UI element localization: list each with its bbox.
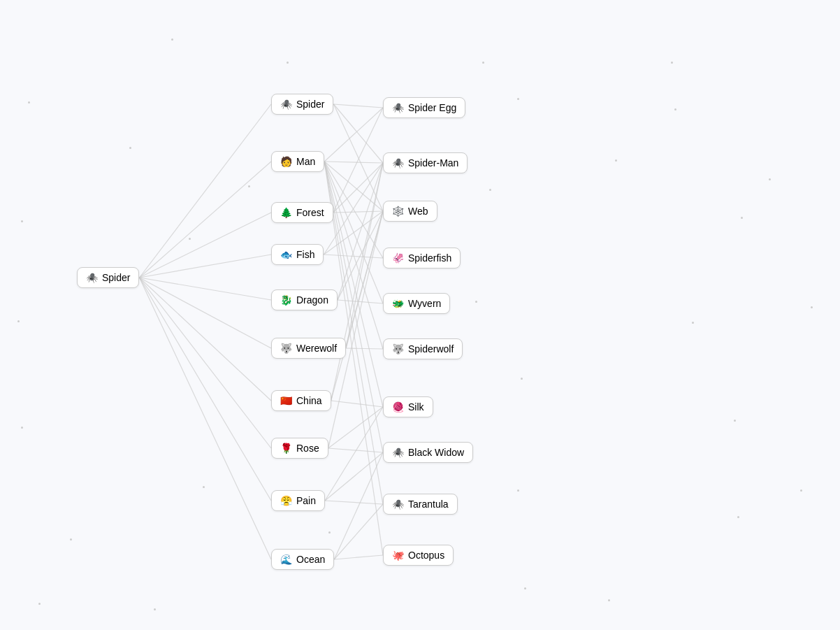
node-forest[interactable]: 🌲Forest <box>271 202 333 223</box>
svg-line-5 <box>139 278 271 348</box>
svg-line-32 <box>346 348 383 349</box>
node-black_widow[interactable]: 🕷️Black Widow <box>383 442 473 463</box>
node-emoji-left_spider: 🕷️ <box>86 272 98 283</box>
svg-line-21 <box>324 162 383 504</box>
background-dot <box>287 62 289 64</box>
node-china[interactable]: 🇨🇳China <box>271 390 331 411</box>
svg-line-11 <box>333 104 383 163</box>
node-pain[interactable]: 😤Pain <box>271 490 325 511</box>
node-label-dragon: Dragon <box>296 294 328 306</box>
svg-line-16 <box>324 162 383 258</box>
node-werewolf[interactable]: 🐺Werewolf <box>271 338 346 359</box>
background-dot <box>517 98 519 100</box>
svg-line-18 <box>324 162 383 349</box>
node-emoji-spiderfish: 🦑 <box>392 252 404 264</box>
node-emoji-rose: 🌹 <box>280 443 292 454</box>
node-label-spider_man: Spider-Man <box>408 157 458 169</box>
svg-line-36 <box>331 211 383 401</box>
node-emoji-dragon: 🐉 <box>280 294 292 306</box>
node-silk[interactable]: 🧶Silk <box>383 396 433 417</box>
node-dragon[interactable]: 🐉Dragon <box>271 289 338 310</box>
background-dot <box>489 189 491 191</box>
node-label-spiderfish: Spiderfish <box>408 252 451 264</box>
svg-line-39 <box>328 407 383 448</box>
svg-line-41 <box>325 501 383 504</box>
svg-line-29 <box>338 300 383 303</box>
background-dot <box>517 489 519 492</box>
node-emoji-silk: 🧶 <box>392 401 404 413</box>
background-dot <box>129 147 131 149</box>
background-dot <box>734 420 736 422</box>
svg-line-34 <box>346 163 383 348</box>
node-emoji-man: 🧑 <box>280 156 292 167</box>
node-label-silk: Silk <box>408 401 424 413</box>
background-dot <box>171 38 173 41</box>
node-man[interactable]: 🧑Man <box>271 151 324 172</box>
node-spiderwolf[interactable]: 🐺Spiderwolf <box>383 338 463 359</box>
node-emoji-forest: 🌲 <box>280 207 292 218</box>
node-emoji-china: 🇨🇳 <box>280 395 292 406</box>
node-emoji-wyvern: 🐲 <box>392 298 404 309</box>
node-emoji-ocean: 🌊 <box>280 554 292 565</box>
svg-line-40 <box>328 211 383 448</box>
svg-line-14 <box>324 108 383 162</box>
background-dot <box>482 62 484 64</box>
background-dot <box>17 320 20 322</box>
node-emoji-fish: 🐟 <box>280 249 292 260</box>
node-spider_egg[interactable]: 🕷️Spider Egg <box>383 97 465 118</box>
background-dot <box>38 603 41 605</box>
node-wyvern[interactable]: 🐲Wyvern <box>383 293 450 314</box>
node-emoji-spider: 🕷️ <box>280 99 292 110</box>
svg-line-7 <box>139 278 271 448</box>
node-web[interactable]: 🕸️Web <box>383 201 437 222</box>
node-label-man: Man <box>296 156 315 167</box>
node-emoji-werewolf: 🐺 <box>280 343 292 354</box>
node-label-werewolf: Werewolf <box>296 343 337 354</box>
node-label-forest: Forest <box>296 207 324 218</box>
background-dot <box>328 531 331 534</box>
node-fish[interactable]: 🐟Fish <box>271 244 324 265</box>
node-octopus[interactable]: 🐙Octopus <box>383 545 454 566</box>
node-spider_man[interactable]: 🕷️Spider-Man <box>383 152 468 173</box>
node-left_spider[interactable]: 🕷️Spider <box>77 267 139 288</box>
node-tarantula[interactable]: 🕷️Tarantula <box>383 494 458 515</box>
node-label-china: China <box>296 395 322 406</box>
svg-line-10 <box>333 104 383 108</box>
background-dot <box>21 220 23 222</box>
background-dot <box>674 108 676 110</box>
node-rose[interactable]: 🌹Rose <box>271 438 328 459</box>
node-emoji-web: 🕸️ <box>392 206 404 217</box>
background-dot <box>70 538 72 540</box>
svg-line-42 <box>325 452 383 501</box>
node-emoji-spider_egg: 🕷️ <box>392 102 404 113</box>
svg-line-1 <box>139 162 271 278</box>
node-label-web: Web <box>408 206 428 217</box>
background-dot <box>475 301 477 303</box>
node-ocean[interactable]: 🌊Ocean <box>271 549 334 570</box>
node-spider[interactable]: 🕷️Spider <box>271 94 333 115</box>
node-label-fish: Fish <box>296 249 314 260</box>
node-label-spider_egg: Spider Egg <box>408 102 456 113</box>
svg-line-12 <box>333 104 383 211</box>
svg-line-45 <box>334 504 383 559</box>
background-dot <box>521 378 523 380</box>
background-dot <box>811 306 813 308</box>
background-dot <box>692 322 694 324</box>
node-label-black_widow: Black Widow <box>408 447 464 458</box>
svg-line-3 <box>139 255 271 278</box>
background-dot <box>248 185 250 187</box>
background-dot <box>189 238 191 240</box>
background-dot <box>671 62 673 64</box>
svg-line-23 <box>333 211 383 213</box>
svg-line-25 <box>333 163 383 213</box>
svg-line-44 <box>334 555 383 559</box>
background-dot <box>203 486 205 488</box>
node-emoji-spider_man: 🕷️ <box>392 157 404 169</box>
svg-line-4 <box>139 278 271 300</box>
background-dot <box>769 178 771 180</box>
svg-line-9 <box>139 278 271 559</box>
svg-line-6 <box>139 278 271 401</box>
svg-line-33 <box>346 211 383 348</box>
node-spiderfish[interactable]: 🦑Spiderfish <box>383 248 461 269</box>
background-dot <box>615 159 617 162</box>
